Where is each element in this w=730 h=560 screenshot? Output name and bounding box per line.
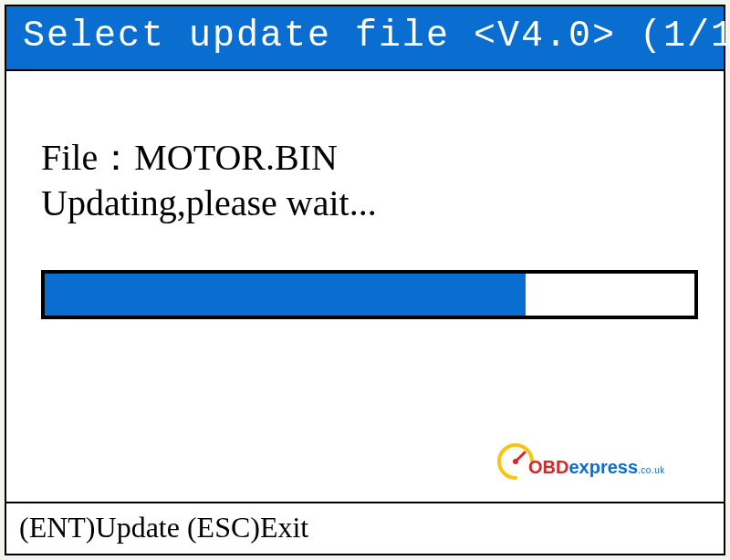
content-area: File：MOTOR.BIN Updating,please wait... O…	[6, 71, 724, 502]
status-text: Updating,please wait...	[41, 182, 377, 223]
file-label: File：	[41, 137, 134, 178]
progress-fill	[45, 274, 526, 316]
logo-brand-right: express	[568, 457, 638, 477]
progress-bar	[41, 270, 698, 319]
file-line: File：MOTOR.BIN	[41, 135, 696, 181]
file-name: MOTOR.BIN	[134, 137, 338, 178]
app-window: Select update file <V4.0> (1/1) File：MOT…	[5, 5, 725, 555]
title-bar: Select update file <V4.0> (1/1)	[6, 6, 724, 71]
logo-domain: .co.uk	[638, 465, 665, 475]
svg-point-1	[513, 459, 518, 464]
footer-text: (ENT)Update (ESC)Exit	[19, 511, 308, 544]
logo-brand-left: OBD	[528, 457, 568, 477]
status-line: Updating,please wait...	[41, 181, 696, 226]
window-title: Select update file <V4.0> (1/1)	[23, 16, 730, 57]
watermark-text: OBDexpress.co.uk	[528, 457, 665, 478]
watermark-logo: OBDexpress.co.uk	[495, 440, 678, 485]
footer-hints: (ENT)Update (ESC)Exit	[6, 502, 724, 554]
